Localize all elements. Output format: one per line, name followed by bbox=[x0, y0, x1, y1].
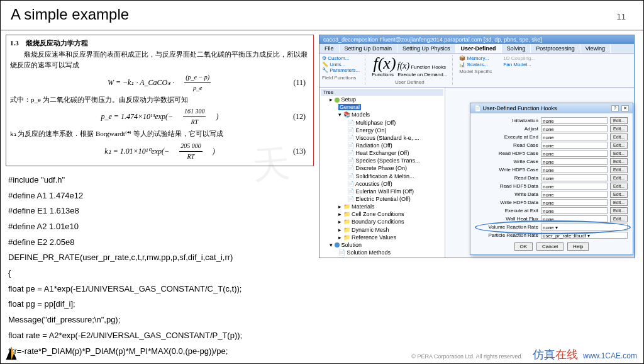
hook-row: Write CasenoneEdit... bbox=[475, 158, 628, 165]
fx-icon-small[interactable]: f(x) bbox=[397, 62, 409, 71]
formula-12: p_e = 1.474×10¹³exp(− 161 300RT ) (12) bbox=[10, 106, 309, 127]
edit-button[interactable]: Edit... bbox=[610, 174, 628, 181]
tree-sol-item[interactable]: 📄 Solution Controls bbox=[338, 256, 443, 258]
frac-1: (p_e − p)p_e bbox=[184, 72, 211, 93]
fluent-menubar: FileSetting Up DomainSetting Up PhysicsU… bbox=[319, 44, 634, 54]
ribbon-units[interactable]: 📏 Units... bbox=[322, 62, 360, 68]
ribbon-1d[interactable]: 1D Coupling... bbox=[503, 55, 535, 62]
hook-value[interactable]: user_pr_rate::libudf ▾ bbox=[541, 232, 628, 239]
edit-button[interactable]: Edit... bbox=[610, 158, 628, 165]
code-line: } bbox=[8, 359, 314, 364]
edit-button[interactable]: Edit... bbox=[610, 134, 628, 140]
menu-viewing[interactable]: Viewing bbox=[580, 44, 611, 53]
ok-button[interactable]: OK bbox=[514, 242, 533, 251]
code-line: #include "udf.h" bbox=[8, 173, 314, 188]
hook-row: Execute at EndnoneEdit... bbox=[475, 134, 628, 140]
tree-model-item[interactable]: 📄 Multiphase (Off) bbox=[347, 119, 443, 127]
hook-value[interactable]: none bbox=[541, 183, 608, 190]
menu-file[interactable]: File bbox=[319, 44, 340, 53]
cancel-button[interactable]: Cancel bbox=[536, 242, 564, 251]
brand-url: www.1CAE.com bbox=[583, 351, 637, 360]
ribbon-fan[interactable]: Fan Model... bbox=[503, 62, 535, 68]
menu-setting-up-physics[interactable]: Setting Up Physics bbox=[397, 44, 456, 53]
tree-models[interactable]: ▾ 📚 Models📄 Multiphase (Off)📄 Energy (On… bbox=[338, 111, 443, 203]
hook-value[interactable]: none bbox=[541, 142, 608, 149]
menu-postprocessing[interactable]: Postprocessing bbox=[531, 44, 580, 53]
left-column: 1.3 煅烧反应动力学方程 煅烧反应速率和反应界面的表面积成正比，与反应界面处二… bbox=[6, 35, 314, 364]
edit-button[interactable]: Edit... bbox=[610, 125, 628, 132]
box-heading: 1.3 煅烧反应动力学方程 bbox=[10, 38, 309, 49]
hook-value[interactable]: none bbox=[541, 117, 608, 124]
edit-button[interactable]: Edit... bbox=[610, 166, 628, 173]
fluent-titlebar: caco3_decomposition Fluent@zoujianfeng20… bbox=[319, 35, 634, 44]
menu-user-defined[interactable]: User-Defined bbox=[456, 44, 502, 53]
tree-model-item[interactable]: 📄 Radiation (Off) bbox=[347, 142, 443, 149]
hook-value[interactable]: none bbox=[541, 158, 608, 165]
ribbon-group-model: 📦 Memory... 📊 Scalars... Model Specific bbox=[459, 55, 497, 85]
tree-model-item[interactable]: 📄 Heat Exchanger (Off) bbox=[347, 149, 443, 157]
tree-model-item[interactable]: 📄 Electric Potential (Off) bbox=[347, 195, 443, 203]
edit-button[interactable]: Edit... bbox=[610, 117, 628, 124]
tree-model-item[interactable]: 📄 Acoustics (Off) bbox=[347, 180, 443, 188]
tree-model-item[interactable]: 📄 Energy (On) bbox=[347, 127, 443, 134]
code-line: float pe = A1*exp(-E1/UNIVERSAL_GAS_CONS… bbox=[8, 282, 314, 297]
edit-button[interactable]: Edit... bbox=[610, 142, 628, 149]
tree-model-item[interactable]: 📄 Discrete Phase (On) bbox=[347, 164, 443, 172]
tree-setup[interactable]: ▸ SetupGeneral▾ 📚 Models📄 Multiphase (Of… bbox=[330, 96, 443, 241]
close-icon[interactable]: ✕ bbox=[621, 105, 629, 111]
hook-label: Wall Heat Flux bbox=[475, 216, 538, 222]
hook-value[interactable]: none bbox=[541, 125, 608, 132]
hook-row: Particle Reaction Rateuser_pr_rate::libu… bbox=[475, 232, 628, 239]
tree-solution[interactable]: ▾ Solution📄 Solution Methods📄 Solution C… bbox=[330, 241, 443, 258]
tree-model-item[interactable]: 📄 Eulerian Wall Film (Off) bbox=[347, 188, 443, 195]
hook-label: Read HDF5 Case bbox=[475, 151, 538, 156]
ribbon-memory[interactable]: 📦 Memory... bbox=[459, 55, 492, 62]
menu-solving[interactable]: Solving bbox=[502, 44, 531, 53]
tree-sol-item[interactable]: 📄 Solution Methods bbox=[338, 249, 443, 256]
tree-pane[interactable]: Tree ▸ SetupGeneral▾ 📚 Models📄 Multiphas… bbox=[319, 88, 445, 258]
tree-item[interactable]: ▸ 📁 Dynamic Mesh bbox=[338, 226, 443, 234]
tree-model-item[interactable]: 📄 Viscous (Standard k-e, ... bbox=[347, 134, 443, 142]
hook-value[interactable]: none bbox=[541, 191, 608, 198]
hook-label: Read HDF5 Data bbox=[475, 183, 538, 189]
hook-value[interactable]: none bbox=[541, 174, 608, 181]
ribbon-custom[interactable]: ⚙ Custom... bbox=[322, 55, 360, 62]
tree-item[interactable]: ▸ 📁 Boundary Conditions bbox=[338, 218, 443, 225]
frac-3: 205 000RT bbox=[179, 141, 203, 162]
edit-button[interactable]: Edit... bbox=[610, 199, 628, 206]
hook-value[interactable]: none bbox=[541, 134, 608, 140]
edit-button[interactable]: Edit... bbox=[610, 191, 628, 198]
hook-value[interactable]: none bbox=[541, 215, 608, 222]
hook-row: Read CasenoneEdit... bbox=[475, 142, 628, 149]
tree-model-item[interactable]: 📄 Species (Species Trans... bbox=[347, 157, 443, 164]
hook-value[interactable]: none bbox=[541, 150, 608, 157]
tree-general[interactable]: General bbox=[338, 103, 443, 111]
hook-value[interactable]: none ▾ bbox=[541, 224, 628, 230]
edit-button[interactable]: Edit... bbox=[610, 207, 628, 214]
ribbon-params[interactable]: 🔧 Parameters... bbox=[322, 67, 360, 74]
help-button[interactable]: Help bbox=[567, 242, 589, 251]
edit-button[interactable]: Edit... bbox=[610, 183, 628, 190]
hook-label: Write HDF5 Data bbox=[475, 200, 538, 205]
hook-row: Execute at ExitnoneEdit... bbox=[475, 207, 628, 214]
hook-row: Read HDF5 CasenoneEdit... bbox=[475, 150, 628, 157]
edit-button[interactable]: Edit... bbox=[610, 150, 628, 157]
hook-value[interactable]: none bbox=[541, 207, 608, 214]
ribbon-fhooks[interactable]: Function Hooks bbox=[411, 64, 446, 70]
dialog-help-icon[interactable]: ? bbox=[611, 105, 619, 111]
hook-value[interactable]: none bbox=[541, 199, 608, 206]
tree-item[interactable]: ▸ 📁 Cell Zone Conditions bbox=[338, 210, 443, 218]
tree-item[interactable]: ▸ 📁 Materials bbox=[338, 203, 443, 210]
ribbon-functions[interactable]: Functions bbox=[372, 72, 394, 77]
right-column: caco3_decomposition Fluent@zoujianfeng20… bbox=[319, 35, 635, 364]
ribbon-scalars[interactable]: 📊 Scalars... bbox=[459, 62, 492, 68]
tree-model-item[interactable]: 📄 Solidification & Meltin... bbox=[347, 173, 443, 180]
edit-button[interactable]: Edit... bbox=[610, 215, 628, 222]
fx-icon-large[interactable]: f(x) bbox=[373, 55, 396, 72]
page-number: 11 bbox=[617, 12, 626, 21]
tree-item[interactable]: ▸ 📁 Reference Values bbox=[338, 234, 443, 241]
hook-label: Adjust bbox=[475, 126, 538, 132]
ribbon-execute[interactable]: Execute on Demand... bbox=[397, 72, 447, 77]
hook-value[interactable]: none bbox=[541, 166, 608, 173]
menu-setting-up-domain[interactable]: Setting Up Domain bbox=[340, 44, 398, 53]
